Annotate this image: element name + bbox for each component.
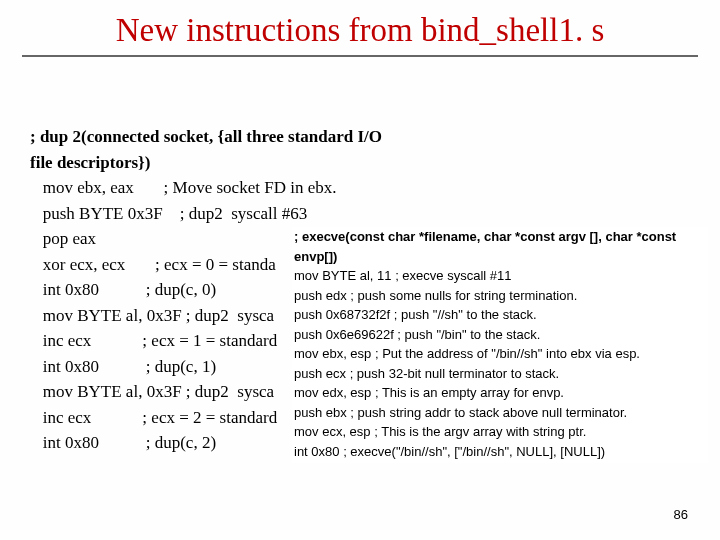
code-line: push 0x68732f2f ; push "//sh" to the sta… xyxy=(294,305,706,325)
code-line: mov edx, esp ; This is an empty array fo… xyxy=(294,383,706,403)
code-line: mov ecx, esp ; This is the argv array wi… xyxy=(294,422,706,442)
code-line: push 0x6e69622f ; push "/bin" to the sta… xyxy=(294,325,706,345)
code-line: file descriptors}) xyxy=(30,150,460,176)
code-line: int 0x80 ; execve("/bin//sh", ["/bin//sh… xyxy=(294,442,706,462)
code-line: ; dup 2(connected socket, {all three sta… xyxy=(30,124,460,150)
page-number: 86 xyxy=(674,507,688,522)
code-line: mov ebx, eax ; Move socket FD in ebx. xyxy=(30,175,460,201)
code-line: push edx ; push some nulls for string te… xyxy=(294,286,706,306)
slide-title: New instructions from bind_shell1. s xyxy=(0,0,720,51)
code-line: push BYTE 0x3F ; dup2 syscall #63 xyxy=(30,201,460,227)
code-line: push ecx ; push 32-bit null terminator t… xyxy=(294,364,706,384)
code-line: push ebx ; push string addr to stack abo… xyxy=(294,403,706,423)
code-line: mov ebx, esp ; Put the address of "/bin/… xyxy=(294,344,706,364)
code-block-execve: ; execve(const char *filename, char *con… xyxy=(292,227,708,463)
code-line: ; execve(const char *filename, char *con… xyxy=(294,227,706,266)
code-line: mov BYTE al, 11 ; execve syscall #11 xyxy=(294,266,706,286)
title-rule xyxy=(22,55,698,57)
